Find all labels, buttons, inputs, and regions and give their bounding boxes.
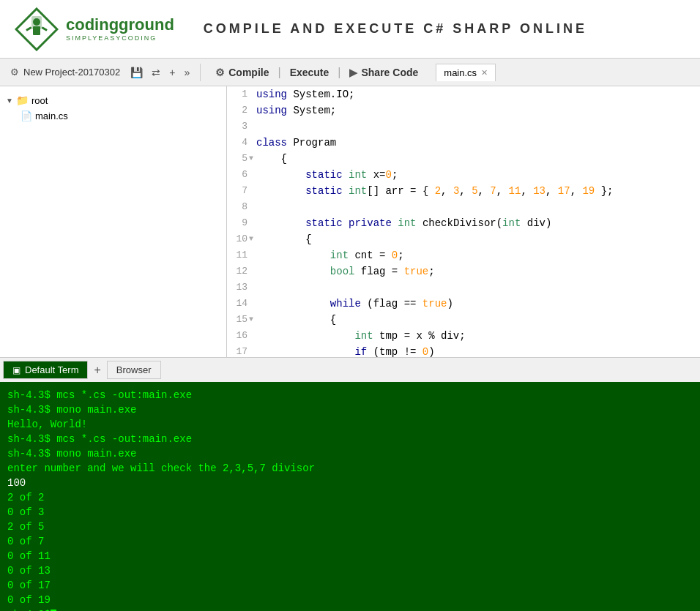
code-line-5: 5▼ { <box>227 151 700 167</box>
refresh-button[interactable]: ⇄ <box>149 65 163 80</box>
toolbar-divider <box>200 64 201 81</box>
add-button[interactable]: + <box>166 65 178 80</box>
code-content-2: using System; <box>253 102 700 119</box>
code-content-9: static private int checkDivisor(int div) <box>253 215 700 231</box>
code-content-16: int tmp = x % div; <box>253 328 700 344</box>
line-num-11: 11 <box>227 247 253 263</box>
line-num-8: 8 <box>227 199 253 215</box>
code-line-16: 16 int tmp = x % div; <box>227 328 700 344</box>
compile-button[interactable]: ⚙ Compile <box>208 64 276 81</box>
terminal-output[interactable]: sh-4.3$ mcs *.cs -out:main.exe sh-4.3$ m… <box>0 382 700 611</box>
code-content-11: int cnt = 0; <box>253 247 700 263</box>
code-content-12: bool flag = true; <box>253 263 700 280</box>
code-content-17: if (tmp != 0) <box>253 344 700 357</box>
brand-sub: SIMPLYEASYCODING <box>66 34 174 42</box>
add-terminal-button[interactable]: + <box>88 362 106 378</box>
code-line-4: 4 class Program <box>227 135 700 151</box>
svg-rect-3 <box>33 26 40 35</box>
main-content: ▼ 📁 root 📄 main.cs 1 using System.IO; 2 … <box>0 86 700 357</box>
file-tree: ▼ 📁 root 📄 main.cs <box>0 86 227 357</box>
code-line-6: 6 static int x=0; <box>227 167 700 183</box>
line-num-14: 14 <box>227 296 253 312</box>
line-num-1: 1 <box>227 86 253 102</box>
share-button[interactable]: ▶ Share Code <box>342 64 425 81</box>
logo-area: codingground SIMPLYEASYCODING <box>15 7 174 51</box>
term-line-3: Hello, World! <box>7 417 693 432</box>
code-content-5: { <box>253 151 700 167</box>
term-line-8: 2 of 2 <box>7 490 693 505</box>
code-content-4: class Program <box>253 135 700 151</box>
line-num-13: 13 <box>227 280 253 296</box>
code-content-6: static int x=0; <box>253 167 700 183</box>
action-sep-1: | <box>276 66 282 79</box>
root-label: root <box>31 95 48 106</box>
line-num-6: 6 <box>227 167 253 183</box>
code-line-14: 14 while (flag == true) <box>227 296 700 312</box>
expand-icon: ▼ <box>6 97 13 105</box>
line-num-3: 3 <box>227 119 253 135</box>
line-num-4: 4 <box>227 135 253 151</box>
line-num-10: 10▼ <box>227 231 253 247</box>
term-line-1: sh-4.3$ mcs *.cs -out:main.exe <box>7 388 693 402</box>
term-line-7: 100 <box>7 476 693 490</box>
project-name-label: New Project-20170302 <box>23 67 120 78</box>
main-cs-file[interactable]: 📄 main.cs <box>0 108 226 124</box>
brand-text: codingground SIMPLYEASYCODING <box>66 16 174 41</box>
code-content-15: { <box>253 312 700 328</box>
default-term-label: Default Term <box>25 364 78 375</box>
save-button[interactable]: 💾 <box>127 65 146 80</box>
main-cs-tab[interactable]: main.cs ✕ <box>436 64 496 81</box>
default-term-tab[interactable]: ▣ Default Term <box>3 361 88 379</box>
line-num-2: 2 <box>227 102 253 119</box>
term-line-9: 0 of 3 <box>7 505 693 520</box>
term-line-4: sh-4.3$ mcs *.cs -out:main.exe <box>7 432 693 446</box>
term-line-12: 0 of 11 <box>7 549 693 563</box>
line-num-16: 16 <box>227 328 253 344</box>
term-line-11: 0 of 7 <box>7 534 693 549</box>
header-title: COMPILE AND EXECUTE C# SHARP ONLINE <box>204 21 587 37</box>
logo-icon <box>15 7 59 51</box>
code-line-15: 15▼ { <box>227 312 700 328</box>
code-line-12: 12 bool flag = true; <box>227 263 700 280</box>
action-buttons: ⚙ Compile | Execute | ▶ Share Code <box>208 64 425 81</box>
code-line-2: 2 using System; <box>227 102 700 119</box>
term-line-2: sh-4.3$ mono main.exe <box>7 402 693 417</box>
code-content-1: using System.IO; <box>253 86 700 102</box>
code-line-8: 8 <box>227 199 700 215</box>
terminal-area: ▣ Default Term + Browser sh-4.3$ mcs *.c… <box>0 357 700 611</box>
brand-name: codingground <box>66 16 174 34</box>
code-line-7: 7 static int[] arr = { 2, 3, 5, 7, 11, 1… <box>227 183 700 199</box>
code-editor[interactable]: 1 using System.IO; 2 using System; 3 4 c… <box>227 86 700 357</box>
browser-tab-label: Browser <box>116 364 152 375</box>
svg-point-2 <box>33 18 40 26</box>
code-line-10: 10▼ { <box>227 231 700 247</box>
code-line-3: 3 <box>227 119 700 135</box>
code-line-9: 9 static private int checkDivisor(int di… <box>227 215 700 231</box>
line-num-5: 5▼ <box>227 151 253 167</box>
line-num-15: 15▼ <box>227 312 253 328</box>
code-line-13: 13 <box>227 280 700 296</box>
line-num-17: 17 <box>227 344 253 357</box>
tab-close-icon[interactable]: ✕ <box>481 68 488 78</box>
file-icon: 📄 <box>21 110 32 121</box>
line-num-9: 9 <box>227 215 253 231</box>
collapse-button[interactable]: » <box>181 65 193 80</box>
code-line-11: 11 int cnt = 0; <box>227 247 700 263</box>
root-folder[interactable]: ▼ 📁 root <box>0 92 226 108</box>
code-content-14: while (flag == true) <box>253 296 700 312</box>
terminal-icon: ▣ <box>12 365 21 375</box>
code-content-7: static int[] arr = { 2, 3, 5, 7, 11, 13,… <box>253 183 700 199</box>
line-num-7: 7 <box>227 183 253 199</box>
browser-tab[interactable]: Browser <box>107 361 161 379</box>
toolbar: ⚙ New Project-20170302 💾 ⇄ + » ⚙ Compile… <box>0 59 700 86</box>
term-line-5: sh-4.3$ mono main.exe <box>7 446 693 461</box>
file-label: main.cs <box>35 110 68 121</box>
term-line-13: 0 of 13 <box>7 563 693 578</box>
header: codingground SIMPLYEASYCODING COMPILE AN… <box>0 0 700 59</box>
term-line-14: 0 of 17 <box>7 578 693 593</box>
term-line-6: enter number and we will check the 2,3,5… <box>7 461 693 476</box>
code-line-17: 17 if (tmp != 0) <box>227 344 700 357</box>
execute-button[interactable]: Execute <box>283 64 337 81</box>
share-icon: ▶ <box>349 67 357 78</box>
term-line-16: sh-4.3$ <box>7 607 693 611</box>
